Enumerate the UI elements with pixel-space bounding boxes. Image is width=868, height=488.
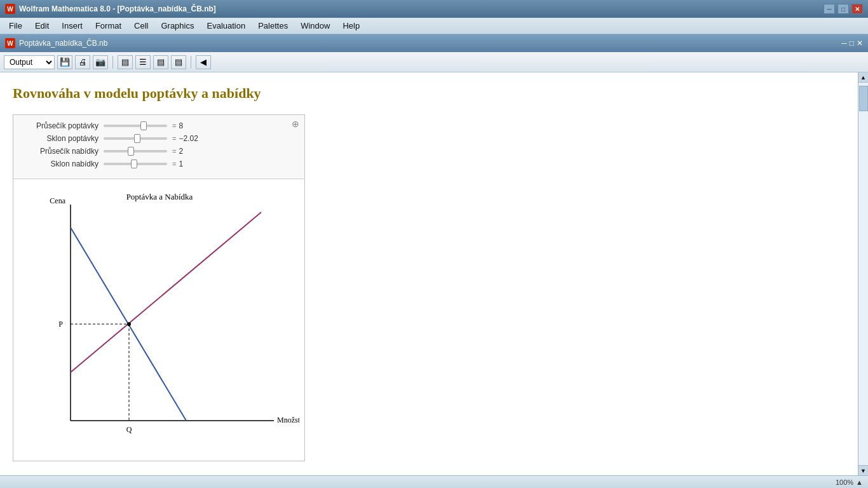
cell-type-select[interactable]: Output <box>4 55 55 69</box>
slider-track-2[interactable] <box>104 150 167 152</box>
slider-value-0: 8 <box>179 121 204 130</box>
align-center-icon: ☰ <box>139 57 147 67</box>
menu-edit[interactable]: Edit <box>29 19 55 33</box>
scroll-up-button[interactable]: ▲ <box>858 72 869 83</box>
control-row-3: Sklon nabídky = 1 <box>22 159 295 168</box>
align-left-button[interactable]: ▤ <box>118 55 133 69</box>
slider-value-3: 1 <box>179 159 204 168</box>
doc-maximize-button[interactable]: □ <box>850 39 854 48</box>
slider-track-1[interactable] <box>104 137 167 140</box>
q-label: Q <box>126 425 132 434</box>
content-scroll[interactable]: Rovnováha v modelu poptávky a nabídky ⊕ … <box>0 72 858 475</box>
supply-line <box>71 212 261 372</box>
align-right-icon: ▤ <box>157 57 165 67</box>
slider-thumb-0[interactable] <box>140 121 147 130</box>
screenshot-icon: 📷 <box>95 57 105 67</box>
toolbar-separator-2 <box>191 56 191 69</box>
slider-thumb-1[interactable] <box>134 134 140 143</box>
control-row-0: Průsečík poptávky = 8 <box>22 121 295 130</box>
menu-file[interactable]: File <box>3 19 29 33</box>
menu-evaluation[interactable]: Evaluation <box>200 19 252 33</box>
x-axis-label: Množství <box>277 416 299 424</box>
slider-value-1: −2.02 <box>179 134 204 143</box>
scroll-down-button[interactable]: ▼ <box>858 465 869 475</box>
slider-track-3[interactable] <box>104 163 167 165</box>
nav-left-button[interactable]: ◀ <box>196 55 211 69</box>
scroll-track[interactable] <box>858 83 869 465</box>
doc-window-controls: ─ □ ✕ <box>841 39 863 48</box>
doc-close-button[interactable]: ✕ <box>857 39 863 48</box>
screenshot-button[interactable]: 📷 <box>93 55 108 69</box>
slider-track-0[interactable] <box>104 125 167 127</box>
main-wrapper: Rovnováha v modelu poptávky a nabídky ⊕ … <box>0 72 868 475</box>
interactive-panel: ⊕ Průsečík poptávky = 8 Sklon poptávky = <box>13 114 305 461</box>
doc-title: Poptávka_nabídka_ČB.nb <box>19 39 841 48</box>
nav-left-icon: ◀ <box>200 57 207 67</box>
control-label-0: Průsečík poptávky <box>22 121 98 130</box>
status-bar: 100% ▲ <box>0 475 868 488</box>
eq-sign-1: = <box>172 135 176 142</box>
menu-graphics[interactable]: Graphics <box>154 19 200 33</box>
save-button[interactable]: 💾 <box>57 55 72 69</box>
control-label-2: Průsečík nabídky <box>22 147 98 156</box>
controls-area: ⊕ Průsečík poptávky = 8 Sklon poptávky = <box>13 115 304 179</box>
menu-help[interactable]: Help <box>336 19 366 33</box>
maximize-button[interactable]: □ <box>837 4 849 14</box>
print-icon: 🖨 <box>79 57 87 67</box>
menu-format[interactable]: Format <box>89 19 128 33</box>
chart-area: Poptávka a Nabídka Cena Množství <box>13 179 304 461</box>
align-right-button[interactable]: ▤ <box>153 55 168 69</box>
align-center-button[interactable]: ☰ <box>135 55 151 69</box>
doc-minimize-button[interactable]: ─ <box>841 39 847 48</box>
slider-thumb-3[interactable] <box>131 159 137 168</box>
align-full-icon: ▤ <box>175 57 182 67</box>
equilibrium-point <box>127 322 131 326</box>
control-row-1: Sklon poptávky = −2.02 <box>22 134 295 143</box>
control-row-2: Průsečík nabídky = 2 <box>22 147 295 156</box>
menu-insert[interactable]: Insert <box>55 19 89 33</box>
eq-sign-2: = <box>172 147 176 155</box>
title-bar: W Wolfram Mathematica 8.0 - [Poptávka_na… <box>0 0 868 18</box>
scroll-arrow-up[interactable]: ▲ <box>856 478 863 486</box>
eq-sign-0: = <box>172 122 176 130</box>
supply-demand-chart: Poptávka a Nabídka Cena Množství <box>20 186 299 452</box>
minimize-button[interactable]: ─ <box>824 4 835 14</box>
control-label-1: Sklon poptávky <box>22 134 98 143</box>
y-axis-label: Cena <box>50 196 65 205</box>
menu-window[interactable]: Window <box>294 19 336 33</box>
panel-settings-icon[interactable]: ⊕ <box>292 119 299 129</box>
menu-palettes[interactable]: Palettes <box>252 19 294 33</box>
slider-value-2: 2 <box>179 147 204 156</box>
toolbar-separator-1 <box>112 56 113 69</box>
zoom-level: 100% <box>836 478 853 486</box>
eq-sign-3: = <box>172 160 176 168</box>
menu-cell[interactable]: Cell <box>128 19 154 33</box>
slider-thumb-2[interactable] <box>128 147 134 156</box>
window-controls: ─ □ ✕ <box>824 4 863 14</box>
chart-title: Poptávka a Nabídka <box>126 192 193 201</box>
doc-title-bar: W Poptávka_nabídka_ČB.nb ─ □ ✕ <box>0 34 868 52</box>
align-full-button[interactable]: ▤ <box>171 55 186 69</box>
app-title: Wolfram Mathematica 8.0 - [Poptávka_nabí… <box>19 4 824 13</box>
align-left-icon: ▤ <box>121 57 129 67</box>
p-label: P <box>58 320 63 329</box>
print-button[interactable]: 🖨 <box>75 55 90 69</box>
control-label-3: Sklon nabídky <box>22 159 98 168</box>
scroll-thumb[interactable] <box>859 86 868 111</box>
close-button[interactable]: ✕ <box>851 4 863 14</box>
scrollbar: ▲ ▼ <box>858 72 868 475</box>
page-title: Rovnováha v modelu poptávky a nabídky <box>13 85 832 102</box>
doc-icon: W <box>5 38 15 48</box>
toolbar: Output 💾 🖨 📷 ▤ ☰ ▤ ▤ ◀ <box>0 52 868 72</box>
menu-bar: File Edit Insert Format Cell Graphics Ev… <box>0 18 868 34</box>
app-icon: W <box>5 4 15 14</box>
save-icon: 💾 <box>60 57 70 67</box>
